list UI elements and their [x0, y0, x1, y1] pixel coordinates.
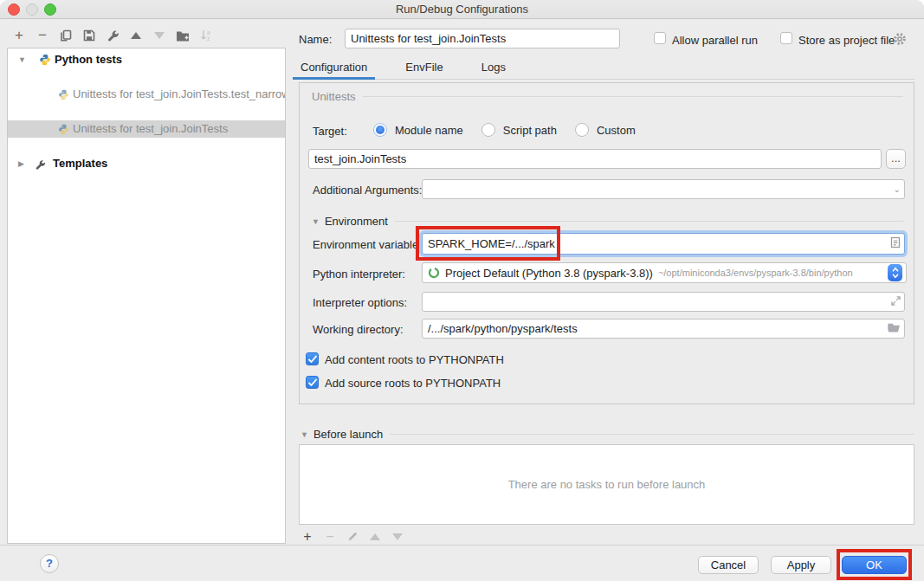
tree-item-label: Unittests for test_join.JoinTests.test_n…	[73, 86, 285, 103]
unittests-group-header: Unittests	[312, 90, 903, 103]
target-radios: Module name Script path Custom	[373, 123, 646, 137]
add-configuration-icon[interactable]: +	[12, 29, 26, 42]
configurations-toolbar: + − az	[12, 27, 213, 44]
working-directory-label: Working directory:	[313, 323, 404, 336]
python-interpreter-value: Project Default (Python 3.8 (pyspark-3.8…	[445, 267, 653, 280]
store-as-project-file-checkbox[interactable]	[780, 32, 792, 44]
tree-item-python-tests[interactable]: ▼ Python tests	[8, 51, 285, 68]
wrench-icon	[35, 158, 46, 172]
tree-item-templates[interactable]: ▶ Templates	[8, 155, 285, 172]
name-label: Name:	[299, 33, 332, 46]
add-content-roots-label: Add content roots to PYTHONPATH	[325, 353, 504, 366]
environment-variables-label: Environment variables:	[313, 238, 427, 251]
move-down-icon[interactable]	[152, 29, 166, 42]
before-launch-toolbar: + −	[300, 529, 404, 544]
tab-bar: Configuration EnvFile Logs	[293, 57, 914, 80]
tab-envfile[interactable]: EnvFile	[397, 57, 450, 79]
radio-custom-label: Custom	[597, 124, 636, 137]
python-interpreter-select[interactable]: Project Default (Python 3.8 (pyspark-3.8…	[422, 262, 907, 283]
help-button[interactable]: ?	[40, 554, 59, 573]
chevron-down-icon[interactable]: ⌄	[894, 184, 901, 194]
python-icon	[58, 88, 69, 103]
browse-button[interactable]: ...	[886, 149, 906, 169]
apply-button[interactable]: Apply	[771, 556, 831, 574]
sort-configurations-icon[interactable]: az	[199, 29, 213, 42]
svg-text:a: a	[207, 29, 210, 36]
before-launch-empty-text: There are no tasks to run before launch	[508, 478, 706, 491]
radio-custom[interactable]	[575, 123, 589, 137]
name-input[interactable]	[345, 29, 620, 48]
annotation-box-ok	[837, 549, 912, 580]
expand-icon[interactable]: ▶	[18, 155, 24, 172]
tree-item-label: Python tests	[55, 51, 122, 68]
configurations-tree: ▼ Python tests Unittests for test_join.J…	[7, 48, 286, 544]
python-interpreter-label: Python interpreter:	[313, 268, 405, 281]
new-folder-icon[interactable]	[176, 29, 190, 42]
add-content-roots-checkbox[interactable]	[306, 352, 319, 365]
working-directory-value: /.../spark/python/pyspark/tests	[428, 322, 888, 335]
interpreter-options-input[interactable]	[422, 292, 905, 312]
additional-arguments-input[interactable]: ⌄	[422, 179, 905, 199]
additional-arguments-label: Additional Arguments:	[313, 184, 422, 197]
python-icon	[58, 123, 69, 138]
tree-item-label: Templates	[53, 155, 107, 172]
tree-item-jointests-selected[interactable]: Unittests for test_join.JoinTests	[8, 120, 285, 138]
allow-parallel-run-checkbox[interactable]	[654, 32, 666, 44]
tab-logs[interactable]: Logs	[474, 57, 514, 79]
gear-icon[interactable]	[893, 32, 907, 48]
interpreter-options-label: Interpreter options:	[313, 296, 407, 309]
target-input[interactable]	[308, 149, 882, 169]
annotation-box-env-vars	[416, 226, 560, 261]
environment-header-label: Environment	[325, 215, 388, 228]
tree-item-test-narrow[interactable]: Unittests for test_join.JoinTests.test_n…	[8, 86, 285, 103]
store-as-project-file-label: Store as project file	[798, 34, 895, 47]
remove-task-icon[interactable]: −	[323, 530, 337, 544]
tab-configuration[interactable]: Configuration	[293, 57, 375, 79]
before-launch-label: Before launch	[313, 428, 383, 441]
before-launch-task-list[interactable]: There are no tasks to run before launch	[299, 444, 914, 525]
move-task-up-icon[interactable]	[368, 530, 382, 544]
cancel-button[interactable]: Cancel	[698, 556, 759, 574]
before-launch-header[interactable]: ▼ Before launch	[300, 428, 914, 441]
add-source-roots-label: Add source roots to PYTHONPATH	[325, 377, 501, 390]
window-title: Run/Debug Configurations	[0, 0, 924, 19]
radio-module-name-label: Module name	[395, 124, 463, 137]
tab-label: EnvFile	[405, 61, 443, 74]
working-directory-input[interactable]: /.../spark/python/pyspark/tests	[422, 319, 905, 339]
footer-divider	[0, 545, 924, 545]
conda-env-icon	[428, 267, 440, 279]
move-task-down-icon[interactable]	[391, 530, 404, 544]
radio-script-path[interactable]	[481, 123, 495, 137]
run-debug-configurations-dialog: Run/Debug Configurations + − az ▼ Pyth	[0, 0, 924, 581]
collapse-icon[interactable]: ▼	[300, 430, 308, 439]
save-configuration-icon[interactable]	[82, 29, 96, 42]
allow-parallel-run-label: Allow parallel run	[672, 34, 758, 47]
dropdown-stepper-icon[interactable]	[888, 264, 902, 281]
edit-templates-icon[interactable]	[106, 29, 120, 42]
svg-text:z: z	[207, 36, 210, 42]
browse-env-vars-icon[interactable]	[890, 236, 901, 251]
python-interpreter-path: ~/opt/miniconda3/envs/pyspark-3.8/bin/py…	[658, 268, 888, 278]
unittests-group-label: Unittests	[312, 90, 356, 103]
configuration-panel: Unittests Target: Module name Script pat…	[299, 82, 914, 404]
tree-item-label: Unittests for test_join.JoinTests	[73, 120, 228, 138]
radio-script-path-label: Script path	[503, 124, 557, 137]
tab-label: Logs	[481, 61, 506, 74]
collapse-icon[interactable]: ▼	[312, 217, 320, 226]
python-icon	[39, 54, 51, 68]
remove-configuration-icon[interactable]: −	[36, 29, 49, 42]
target-label: Target:	[313, 125, 347, 138]
folder-icon[interactable]	[888, 322, 901, 335]
tab-label: Configuration	[300, 61, 367, 74]
collapse-icon[interactable]: ▼	[18, 51, 26, 68]
copy-configuration-icon[interactable]	[59, 29, 73, 42]
edit-task-icon[interactable]	[346, 530, 359, 544]
radio-module-name[interactable]	[373, 123, 387, 137]
environment-section-header[interactable]: ▼ Environment	[312, 215, 903, 228]
title-bar: Run/Debug Configurations	[0, 0, 924, 19]
add-source-roots-checkbox[interactable]	[306, 376, 319, 389]
expand-field-icon[interactable]	[891, 295, 901, 308]
add-task-icon[interactable]: +	[300, 530, 314, 544]
move-up-icon[interactable]	[129, 29, 143, 42]
